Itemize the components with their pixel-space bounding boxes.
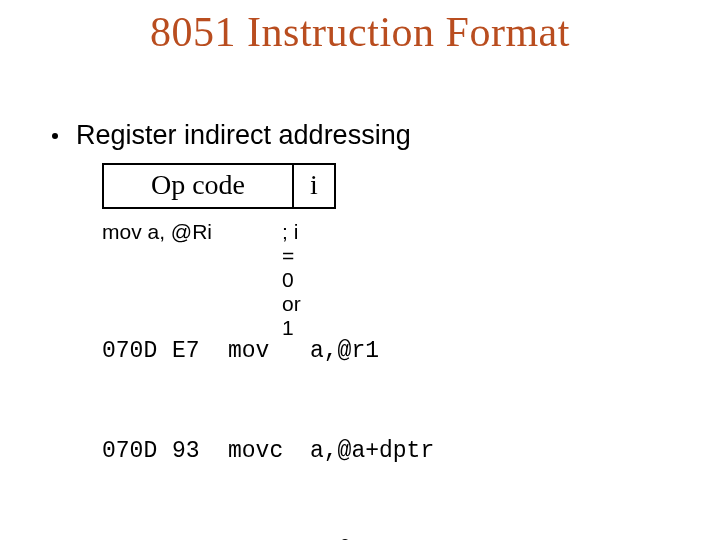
code-mnemonic: movc xyxy=(228,435,310,468)
example-line: mov a, @Ri ; i = 0 or 1 xyxy=(102,220,212,244)
code-addr: 070D xyxy=(102,335,172,368)
code-row: 070D93movca,@a+dptr xyxy=(102,435,434,468)
bullet-text: Register indirect addressing xyxy=(76,120,411,151)
code-operands: a,@a+dptr xyxy=(310,435,434,468)
instruction-format-box: Op code i xyxy=(102,163,336,209)
code-mnemonic: movc xyxy=(228,535,310,540)
code-listing: 070DE7mova,@r1 070D93movca,@a+dptr 070E8… xyxy=(102,268,434,540)
i-bit-cell: i xyxy=(294,163,336,209)
code-hex: E7 xyxy=(172,335,228,368)
code-row: 070E83movca,@a+pc xyxy=(102,535,434,540)
code-mnemonic: mov xyxy=(228,335,310,368)
code-row: 070DE7mova,@r1 xyxy=(102,335,434,368)
code-addr: 070D xyxy=(102,435,172,468)
code-hex: 83 xyxy=(172,535,228,540)
code-operands: a,@a+pc xyxy=(310,535,407,540)
code-addr: 070E xyxy=(102,535,172,540)
code-hex: 93 xyxy=(172,435,228,468)
example-mnemonic: mov a, @Ri xyxy=(102,220,212,244)
code-operands: a,@r1 xyxy=(310,335,379,368)
bullet-dot-icon xyxy=(52,133,58,139)
slide: 8051 Instruction Format Register indirec… xyxy=(0,0,720,540)
slide-title: 8051 Instruction Format xyxy=(0,8,720,56)
opcode-cell: Op code xyxy=(102,163,294,209)
bullet-item: Register indirect addressing xyxy=(52,120,411,151)
